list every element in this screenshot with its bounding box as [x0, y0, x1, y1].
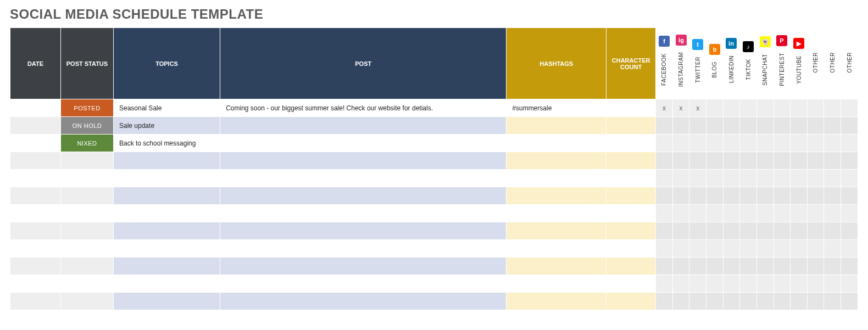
cell-platform-other1[interactable] — [807, 152, 824, 170]
cell-platform-other2[interactable] — [824, 293, 841, 310]
cell-platform-linkedin[interactable] — [723, 152, 740, 170]
cell-post[interactable] — [220, 152, 507, 170]
cell-platform-instagram[interactable] — [672, 205, 689, 222]
cell-platform-youtube[interactable] — [791, 258, 808, 275]
cell-platform-other1[interactable] — [807, 240, 824, 258]
cell-platform-blog[interactable] — [706, 222, 724, 240]
cell-platform-twitter[interactable] — [689, 222, 706, 240]
cell-hashtags[interactable] — [507, 170, 607, 187]
cell-platform-other2[interactable] — [824, 205, 841, 222]
cell-platform-other3[interactable] — [841, 135, 858, 152]
cell-date[interactable] — [10, 240, 61, 258]
cell-count[interactable] — [607, 135, 656, 152]
cell-hashtags[interactable] — [507, 275, 607, 293]
cell-platform-tiktok[interactable] — [740, 99, 757, 117]
cell-topics[interactable] — [114, 222, 220, 240]
cell-count[interactable] — [607, 152, 656, 170]
cell-hashtags[interactable] — [507, 205, 607, 222]
cell-platform-linkedin[interactable] — [723, 240, 740, 258]
cell-platform-instagram[interactable]: x — [672, 99, 689, 117]
cell-platform-youtube[interactable] — [791, 222, 808, 240]
cell-platform-other2[interactable] — [824, 187, 841, 205]
cell-platform-other3[interactable] — [841, 205, 858, 222]
cell-platform-snapchat[interactable] — [756, 135, 774, 152]
cell-platform-other1[interactable] — [807, 258, 824, 275]
cell-platform-facebook[interactable] — [656, 187, 673, 205]
cell-topics[interactable] — [114, 240, 220, 258]
cell-status[interactable] — [60, 205, 113, 222]
cell-platform-blog[interactable] — [706, 170, 724, 187]
cell-platform-tiktok[interactable] — [740, 135, 757, 152]
cell-platform-youtube[interactable] — [791, 293, 808, 310]
cell-platform-pinterest[interactable] — [774, 117, 791, 135]
cell-hashtags[interactable] — [507, 293, 607, 310]
cell-platform-instagram[interactable] — [672, 275, 689, 293]
cell-platform-linkedin[interactable] — [723, 258, 740, 275]
cell-post[interactable] — [220, 135, 507, 152]
cell-topics[interactable] — [114, 258, 220, 275]
cell-status[interactable] — [60, 275, 113, 293]
cell-platform-pinterest[interactable] — [774, 187, 791, 205]
cell-topics[interactable] — [114, 170, 220, 187]
cell-topics[interactable] — [114, 275, 220, 293]
cell-status[interactable]: POSTED — [60, 99, 113, 117]
cell-platform-linkedin[interactable] — [723, 293, 740, 310]
cell-hashtags[interactable] — [507, 187, 607, 205]
cell-platform-linkedin[interactable] — [723, 275, 740, 293]
cell-platform-linkedin[interactable] — [723, 205, 740, 222]
cell-date[interactable] — [10, 152, 61, 170]
cell-date[interactable] — [10, 187, 61, 205]
cell-platform-linkedin[interactable] — [723, 99, 740, 117]
cell-platform-other1[interactable] — [807, 117, 824, 135]
cell-platform-snapchat[interactable] — [756, 170, 774, 187]
cell-platform-instagram[interactable] — [672, 222, 689, 240]
cell-platform-snapchat[interactable] — [756, 99, 774, 117]
cell-platform-other3[interactable] — [841, 170, 858, 187]
cell-platform-other1[interactable] — [807, 205, 824, 222]
cell-post[interactable] — [220, 170, 507, 187]
cell-platform-other1[interactable] — [807, 293, 824, 310]
cell-topics[interactable] — [114, 187, 220, 205]
cell-platform-twitter[interactable] — [689, 187, 706, 205]
cell-platform-linkedin[interactable] — [723, 135, 740, 152]
cell-count[interactable] — [607, 187, 656, 205]
cell-status[interactable] — [60, 258, 113, 275]
cell-platform-other3[interactable] — [841, 152, 858, 170]
cell-platform-twitter[interactable] — [689, 152, 706, 170]
cell-platform-pinterest[interactable] — [774, 293, 791, 310]
cell-count[interactable] — [607, 222, 656, 240]
cell-platform-other3[interactable] — [841, 222, 858, 240]
cell-platform-facebook[interactable] — [656, 170, 673, 187]
cell-platform-other2[interactable] — [824, 117, 841, 135]
cell-platform-other2[interactable] — [824, 99, 841, 117]
cell-platform-snapchat[interactable] — [756, 293, 774, 310]
cell-platform-instagram[interactable] — [672, 258, 689, 275]
cell-platform-tiktok[interactable] — [740, 240, 757, 258]
cell-platform-tiktok[interactable] — [740, 275, 757, 293]
cell-hashtags[interactable] — [507, 222, 607, 240]
cell-date[interactable] — [10, 222, 61, 240]
cell-count[interactable] — [607, 293, 656, 310]
cell-platform-other3[interactable] — [841, 187, 858, 205]
cell-count[interactable] — [607, 205, 656, 222]
cell-platform-blog[interactable] — [706, 187, 724, 205]
cell-platform-instagram[interactable] — [672, 152, 689, 170]
cell-platform-blog[interactable] — [706, 240, 724, 258]
cell-post[interactable] — [220, 222, 507, 240]
cell-platform-instagram[interactable] — [672, 170, 689, 187]
cell-platform-other1[interactable] — [807, 187, 824, 205]
cell-platform-other2[interactable] — [824, 135, 841, 152]
cell-platform-pinterest[interactable] — [774, 222, 791, 240]
cell-platform-linkedin[interactable] — [723, 187, 740, 205]
cell-platform-other2[interactable] — [824, 258, 841, 275]
cell-date[interactable] — [10, 275, 61, 293]
cell-date[interactable] — [10, 258, 61, 275]
cell-platform-snapchat[interactable] — [756, 205, 774, 222]
cell-platform-blog[interactable] — [706, 152, 724, 170]
cell-hashtags[interactable] — [507, 135, 607, 152]
cell-platform-blog[interactable] — [706, 205, 724, 222]
cell-date[interactable] — [10, 170, 61, 187]
cell-platform-other1[interactable] — [807, 222, 824, 240]
cell-hashtags[interactable] — [507, 240, 607, 258]
cell-topics[interactable]: Sale update — [114, 117, 220, 135]
